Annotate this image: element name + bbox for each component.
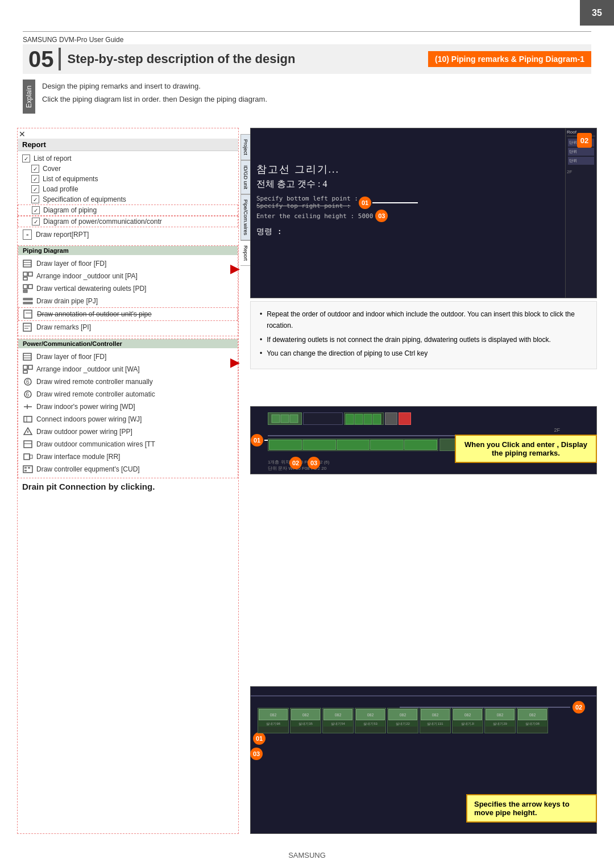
bullets-area: • Repeat the order of outdoor and indoor… [250,301,597,369]
svg-rect-46 [373,414,381,424]
svg-rect-28 [24,416,32,422]
tab-project[interactable]: Project [240,134,251,160]
cad-screen-top: 02 Roof 단위 단위 단위 2F 01 [250,128,597,298]
list-equip-checkbox[interactable] [31,175,39,183]
pw-label-5: Connect indoors power wiring [WJ] [36,415,142,423]
pw-outdoor-icon [23,427,33,437]
piping-label-1: Arrange indoor _outdoor unit [PA] [36,272,138,280]
page-number-bar: 35 [580,0,614,26]
remarks-icon [23,322,33,332]
close-icon[interactable]: ✕ [19,130,26,139]
piping-title: Piping Diagram [18,246,238,255]
bullet-dot-3: • [260,348,262,359]
explain-label: Explain [23,80,35,114]
explain-line-1: Design the piping remarks and insert to … [42,80,267,93]
chapter-number: 05 [28,47,54,72]
cover-label: Cover [43,165,61,173]
power-item-0[interactable]: Draw layer of floor [FD] [18,350,238,363]
piping-label-0: Draw layer of floor [FD] [36,260,106,268]
explain-section: Explain Design the piping remarks and in… [23,80,591,114]
korean-text-2: 전체 층고 갯수 : 4 [256,178,562,190]
power-item-8[interactable]: Draw interface module [RR] [18,450,238,463]
svg-rect-19 [23,365,27,369]
load-profile-item[interactable]: Load profile [18,184,238,194]
pw-indoor-icon [23,402,33,412]
power-item-6[interactable]: Draw outdoor power wiring [PP] [18,425,238,438]
spec-equip-item[interactable]: Specification of equipments [18,194,238,205]
bullet-3: • You can change the direction of piping… [260,348,587,359]
ind-2 [399,412,411,425]
svg-text:6: 6 [26,379,30,385]
tab-idgd[interactable]: ID/GD unit [240,160,251,194]
power-item-2[interactable]: 6 Draw wired remote controller manually [18,375,238,388]
power-item-9[interactable]: Draw controller equpment's [CUD] [18,463,238,475]
main-content: ✕ Report List of report Cover [17,128,597,834]
cover-checkbox[interactable] [31,165,39,173]
right-panel: 02 Roof 단위 단위 단위 2F 01 [250,128,597,834]
footer: SAMSUNG [0,851,614,859]
tab-pipe[interactable]: Pipe/Com.wires [240,194,251,240]
badge-03-bot-area: 03 [250,748,263,760]
list-report-label: List of report [34,155,72,162]
bullet-text-2: If dewatering outlets is not connect the… [267,334,551,345]
diagram-piping-item[interactable]: Diagram of piping [18,205,238,216]
pw-label-4: Draw indoor's power wiring [WD] [36,403,135,411]
draw-report-label: Draw report[RPT] [36,231,89,239]
power-item-1[interactable]: Arrange indoor _outdoor unit [WA] [18,363,238,375]
chapter-title: Step-by-step description of the design [68,52,429,66]
pw-connect-icon [23,414,33,424]
cad-unit-3 [344,412,384,425]
power-item-5[interactable]: Connect indoors power wiring [WJ] [18,413,238,425]
svg-rect-21 [23,370,27,373]
piping-item-0[interactable]: Draw layer of floor [FD] [18,257,238,270]
report-title: Report [18,139,238,151]
diag-power-checkbox[interactable] [32,218,40,226]
power-item-3[interactable]: 6 Draw wired remote controller automatic [18,388,238,400]
load-profile-checkbox[interactable] [31,185,39,193]
bot-unit-6: 082 실내기131 [420,708,451,733]
piping-tree: Draw layer of floor [FD] Arrange indoor … [18,255,238,336]
page-container: 35 SAMSUNG DVM-Pro User Guide 05 Step-by… [0,0,614,868]
cad-units-row-bot [268,439,438,451]
arrow-note: Specifies the arrow keys to move pipe he… [466,794,597,823]
conn-line-top [251,695,596,696]
footer-text: SAMSUNG [288,851,326,859]
piping-item-4[interactable]: Draw annotation of outdoor unit's pipe [18,307,238,321]
spec-equip-checkbox[interactable] [31,195,39,203]
pw-label-7: Draw outdoor communication wires [TT [36,440,155,448]
tab-report[interactable]: Report [240,240,251,266]
page-number: 35 [592,8,602,18]
explain-text: Design the piping remarks and insert to … [42,80,267,114]
svg-rect-0 [23,260,31,267]
cover-item[interactable]: Cover [18,164,238,174]
piping-item-5[interactable]: Draw remarks [PI] [18,321,238,333]
draw-report-item[interactable]: ≡ Draw report[RPT] [18,228,238,241]
pw-interface-icon [23,452,33,462]
power-item-4[interactable]: Draw indoor's power wiring [WD] [18,400,238,413]
svg-rect-11 [24,310,32,318]
chapter-divider [59,48,61,70]
diagram-power-item[interactable]: Diagram of power/communication/contr [18,216,238,227]
badge-03-bot: 03 [250,748,263,760]
svg-rect-13 [23,323,31,331]
piping-item-3[interactable]: Draw drain pipe [PJ] [18,295,238,307]
power-item-7[interactable]: Draw outdoor communication wires [TT [18,438,238,450]
list-equipments-item[interactable]: List of equipments [18,174,238,184]
svg-rect-10 [23,302,32,304]
list-of-report-item[interactable]: List of report [18,153,238,164]
piping-item-1[interactable]: Arrange indoor _outdoor unit [PA] [18,270,238,282]
bot-unit-4: 082 실내기53 [355,708,386,733]
u2 [302,440,335,450]
bullet-text-1: Repeat the order of outdoor and indoor w… [267,308,587,332]
arrow-right-icon: ▶ [230,261,240,276]
list-report-checkbox[interactable] [22,155,30,162]
cmd-line-3-container: Enter the ceiling height : 5000 03 [256,210,562,222]
cad-units-row-1 [268,412,562,425]
piping-label-5: Draw remarks [PI] [36,323,91,331]
svg-rect-20 [28,365,32,369]
diag-pipe-checkbox[interactable] [32,206,40,214]
bullet-2: • If dewatering outlets is not connect t… [260,334,587,345]
piping-item-2[interactable]: Draw vertical dewatering oulets [PD] [18,282,238,295]
pw-floor-icon [23,352,33,362]
cmd-line-3: Enter the ceiling height : 5000 [256,212,373,220]
